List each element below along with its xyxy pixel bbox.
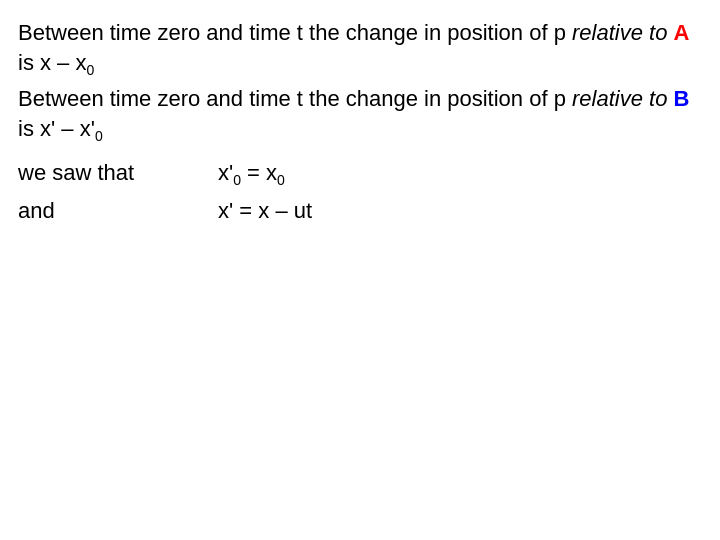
row1-sub2: 0 [277, 172, 285, 188]
line1-text-before: Between time zero and time t the change … [18, 20, 572, 45]
line-2: Between time zero and time t the change … [18, 84, 702, 146]
line1-after-color: is x – x [18, 50, 86, 75]
row-and: and x' = x – ut [18, 198, 702, 224]
main-content: Between time zero and time t the change … [18, 18, 702, 224]
row1-expr: x'0 = x0 [218, 160, 285, 188]
line2-text-before: Between time zero and time t the change … [18, 86, 572, 111]
line2-italic: relative to [572, 86, 667, 111]
row1-label: we saw that [18, 160, 218, 186]
row1-sub: 0 [233, 172, 241, 188]
line-1: Between time zero and time t the change … [18, 18, 702, 80]
line2-after-color: is x' – x' [18, 116, 95, 141]
line2-sub: 0 [95, 128, 103, 144]
line1-italic: relative to [572, 20, 667, 45]
row2-label: and [18, 198, 218, 224]
line1-color-label: A [674, 20, 690, 45]
line1-sub: 0 [86, 62, 94, 78]
row2-expr: x' = x – ut [218, 198, 312, 224]
row-we-saw-that: we saw that x'0 = x0 [18, 160, 702, 188]
row1-expr-post: = x [241, 160, 277, 185]
line2-color-label: B [674, 86, 690, 111]
row1-expr-pre: x' [218, 160, 233, 185]
